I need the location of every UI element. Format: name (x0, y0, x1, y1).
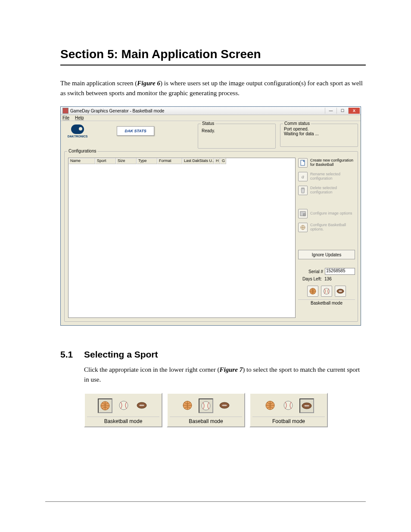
app-icon (62, 108, 68, 114)
delete-config-button[interactable] (298, 186, 308, 195)
configurations-listview[interactable]: Name Sport Size Type Format Last DakStat… (68, 158, 296, 318)
baseball-icon-selected[interactable] (199, 398, 213, 413)
figure-ref-6: Figure 6 (137, 80, 160, 87)
minimize-button[interactable]: — (325, 108, 336, 114)
status-value: Ready. (202, 128, 273, 133)
sub-para-a: Click the appropriate icon in the lower … (84, 366, 219, 373)
basketball-mode-label: Basketball mode (87, 417, 159, 424)
app-window: GameDay Graphics Generator - Basketball … (60, 106, 361, 326)
menu-file[interactable]: File (62, 115, 69, 120)
maximize-button[interactable]: ☐ (336, 108, 348, 114)
sport-options-button[interactable] (298, 223, 308, 232)
baseball-mode-button[interactable] (321, 286, 332, 297)
menu-bar: File Help (61, 115, 361, 121)
figure-ref-7: Figure 7 (219, 366, 243, 373)
intro-paragraph: The main application screen (Figure 6) i… (60, 78, 366, 98)
delete-config-label: Delete selected configuration (310, 186, 355, 195)
football-mode-button[interactable] (335, 286, 346, 297)
comm-legend: Comm status (283, 121, 311, 126)
heading-rule (60, 65, 366, 65)
image-options-icon (300, 211, 306, 217)
basketball-icon[interactable] (181, 398, 194, 412)
football-icon (336, 287, 344, 295)
basketball-options-icon (300, 224, 306, 230)
image-options-label: Configure image options (310, 212, 352, 216)
window-title: GameDay Graphics Generator - Basketball … (70, 109, 164, 113)
svg-point-15 (284, 401, 293, 410)
rename-config-button[interactable]: a (298, 172, 308, 181)
configurations-legend: Configurations (67, 149, 97, 153)
football-mode-label: Football mode (252, 417, 325, 424)
col-type[interactable]: Type (137, 158, 157, 164)
ignore-updates-button[interactable]: Ignore Updates (298, 250, 355, 259)
subsection-number: 5.1 (60, 349, 84, 360)
baseball-icon[interactable] (117, 398, 131, 412)
subsection-heading: 5.1Selecting a Sport (60, 349, 366, 360)
status-legend: Status (201, 121, 215, 126)
subsection-paragraph: Click the appropriate icon in the lower … (84, 365, 366, 384)
svg-rect-3 (303, 214, 305, 216)
figure-7: Basketball mode Baseball mode (84, 393, 366, 427)
image-options-button[interactable] (298, 209, 308, 218)
create-config-label: Create new configuration for Basketball (310, 159, 355, 167)
col-name[interactable]: Name (68, 158, 95, 164)
football-icon[interactable] (135, 398, 149, 412)
basketball-icon (309, 287, 317, 295)
configurations-group: Configurations Name Sport Size Type Form… (64, 151, 358, 322)
dakstats-logo: DAK STATS (117, 126, 154, 136)
subsection-title: Selecting a Sport (84, 349, 158, 359)
basketball-icon[interactable] (263, 398, 277, 412)
intro-text-a: The main application screen ( (60, 80, 137, 87)
trash-icon (300, 187, 306, 193)
status-group: Status Ready. (198, 124, 276, 149)
basketball-icon-selected[interactable] (98, 398, 112, 413)
col-last-dakstats[interactable]: Last DakStats U... (182, 158, 214, 164)
comm-line-2: Waiting for data ... (284, 131, 355, 136)
close-button[interactable]: X (348, 108, 360, 114)
configurations-actions: Create new configuration for Basketball … (298, 158, 355, 318)
baseball-mode-label: Baseball mode (170, 417, 242, 424)
comm-status-group: Comm status Port opened. Waiting for dat… (280, 124, 358, 147)
create-config-button[interactable] (298, 158, 308, 168)
section-heading: Section 5: Main Application Screen (60, 47, 366, 61)
col-sport[interactable]: Sport (95, 158, 116, 164)
col-format[interactable]: Format (157, 158, 182, 164)
comm-line-1: Port opened. (284, 127, 355, 131)
baseball-icon[interactable] (281, 398, 295, 412)
football-mode-panel: Football mode (249, 393, 328, 427)
basketball-mode-button[interactable] (307, 286, 318, 297)
svg-point-9 (119, 401, 128, 410)
baseball-mode-panel: Baseball mode (167, 393, 245, 427)
new-document-icon (300, 160, 306, 166)
col-h[interactable]: H (214, 158, 220, 164)
col-size[interactable]: Size (116, 158, 137, 164)
football-icon[interactable] (218, 398, 231, 412)
serial-label: Serial # (308, 269, 323, 274)
sport-options-label: Configure Basketball options. (310, 223, 355, 232)
titlebar: GameDay Graphics Generator - Basketball … (61, 107, 361, 115)
col-g[interactable]: G (220, 158, 226, 164)
svg-rect-1 (302, 188, 304, 189)
footer-rule (45, 501, 366, 502)
menu-help[interactable]: Help (75, 115, 84, 120)
serial-input[interactable]: 15268585 (325, 268, 355, 275)
rename-config-label: Rename selected configuration (310, 172, 355, 181)
basketball-mode-panel: Basketball mode (84, 393, 162, 427)
football-icon-selected[interactable] (299, 398, 314, 413)
daktronics-logo-text: DAKTRONICS (64, 135, 91, 138)
svg-point-12 (202, 401, 210, 410)
baseball-icon (323, 287, 330, 295)
days-left-value: 136 (324, 277, 332, 281)
daktronics-logo: DAKTRONICS (64, 124, 91, 149)
current-mode-label: Basketball mode (298, 299, 355, 305)
days-left-label: Days Left: (302, 277, 322, 281)
